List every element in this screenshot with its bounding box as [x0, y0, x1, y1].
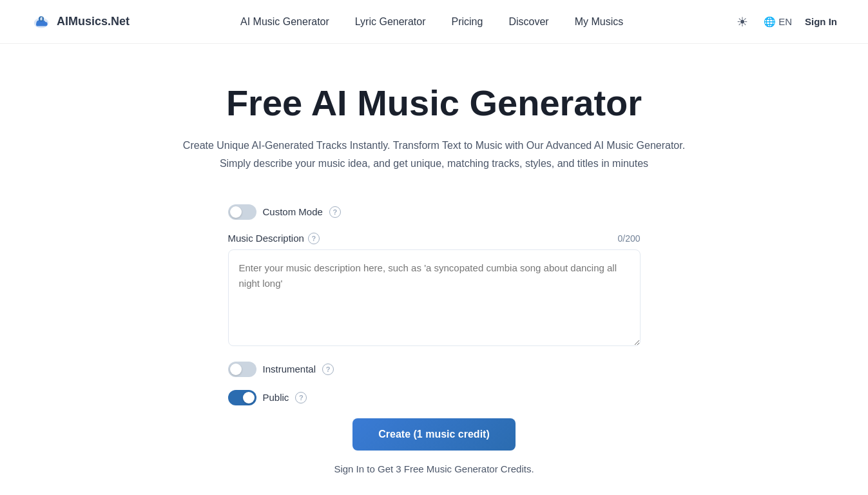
theme-toggle-button[interactable]: ☀ — [734, 12, 751, 32]
custom-mode-help-icon[interactable]: ? — [329, 206, 341, 218]
main-nav: AI Music Generator Lyric Generator Prici… — [240, 16, 623, 28]
nav-lyric-generator[interactable]: Lyric Generator — [355, 16, 426, 28]
instrumental-toggle[interactable] — [228, 362, 256, 377]
instrumental-row: Instrumental ? — [228, 362, 641, 377]
logo-icon — [31, 12, 52, 32]
public-label: Public — [263, 392, 289, 403]
nav-ai-music-generator[interactable]: AI Music Generator — [240, 16, 329, 28]
public-help-icon[interactable]: ? — [295, 392, 307, 403]
nav-my-musics[interactable]: My Musics — [575, 16, 624, 28]
page-subtitle: Create Unique AI-Generated Tracks Instan… — [170, 137, 699, 171]
public-row: Public ? — [228, 390, 641, 405]
music-description-input[interactable] — [228, 249, 641, 346]
globe-icon: 🌐 — [764, 16, 776, 28]
instrumental-help-icon[interactable]: ? — [322, 364, 334, 375]
music-description-help-icon[interactable]: ? — [308, 233, 320, 244]
custom-mode-toggle[interactable] — [228, 204, 256, 220]
sun-icon: ☀ — [737, 14, 748, 30]
brand-name: AIMusics.Net — [57, 15, 130, 28]
sign-in-button[interactable]: Sign In — [805, 16, 837, 27]
nav-discover[interactable]: Discover — [508, 16, 548, 28]
language-button[interactable]: 🌐 EN — [764, 16, 792, 28]
description-field-header: Music Description ? 0/200 — [228, 233, 641, 244]
header-right: ☀ 🌐 EN Sign In — [734, 12, 837, 32]
public-toggle[interactable] — [228, 390, 256, 405]
create-button[interactable]: Create (1 music credit) — [352, 418, 516, 451]
nav-pricing[interactable]: Pricing — [451, 16, 483, 28]
logo[interactable]: AIMusics.Net — [31, 12, 130, 32]
custom-mode-row: Custom Mode ? — [228, 204, 641, 220]
custom-mode-label: Custom Mode — [263, 206, 323, 217]
char-count: 0/200 — [617, 233, 640, 244]
instrumental-label: Instrumental — [263, 364, 316, 374]
page-title: Free AI Music Generator — [226, 82, 642, 124]
music-description-label: Music Description ? — [228, 233, 320, 244]
music-generator-form: Custom Mode ? Music Description ? 0/200 … — [228, 204, 641, 474]
signin-note: Sign In to Get 3 Free Music Generator Cr… — [228, 463, 641, 474]
language-label: EN — [778, 16, 792, 27]
